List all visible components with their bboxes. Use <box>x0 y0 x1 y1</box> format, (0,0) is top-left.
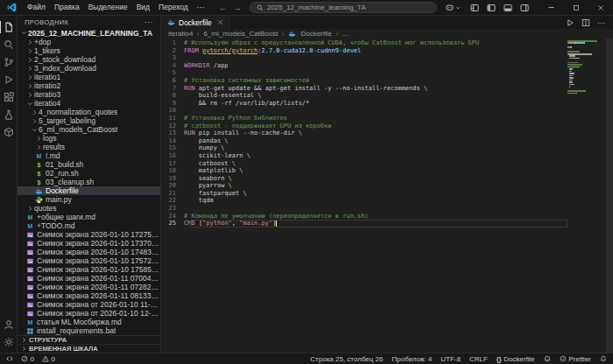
md-file-icon: M <box>26 222 34 230</box>
tree-item[interactable]: Mстатья ML Мосбиржа.md <box>18 318 160 326</box>
tree-item[interactable]: Снимок экрана 2026-01-11 081334.png <box>18 291 160 300</box>
activity-source-control-button[interactable] <box>0 53 17 71</box>
sidebar-section-timeline[interactable]: ВРЕМЕННАЯ ШКАЛА <box>18 344 160 353</box>
tree-item[interactable]: Dockerfile <box>18 186 160 195</box>
close-window-button[interactable] <box>588 0 613 16</box>
status-label: Пробелов: 4 <box>392 355 433 363</box>
line-content: catboost \ <box>184 160 236 168</box>
breadcrumb-item[interactable]: Dockerfile <box>288 30 332 38</box>
tree-item[interactable]: Снимок экрана от 2026-01-10 12-34-47.png <box>18 309 160 318</box>
command-center-search[interactable]: 2025_12_machine_learning_TA <box>250 2 437 13</box>
activity-explorer-button[interactable] <box>0 18 17 36</box>
status-errors[interactable]: 0 <box>21 355 34 363</box>
tree-item[interactable]: 6_ml_models_CatBoost <box>18 125 160 134</box>
tree-item[interactable]: 5_target_labeling <box>18 116 160 125</box>
status-remote-indicator[interactable] <box>6 355 13 362</box>
status-eol[interactable]: CRLF <box>469 355 488 363</box>
menu-item[interactable]: Переход <box>154 0 193 15</box>
tree-item[interactable]: Снимок экрана от 2026-01-10 11-55-29.png <box>18 300 160 309</box>
tree-item[interactable]: logs <box>18 134 160 143</box>
copilot-button[interactable] <box>445 3 461 12</box>
sidebar-section-outline[interactable]: СТРУКТУРА <box>18 335 160 344</box>
activity-testing-button[interactable] <box>0 106 17 123</box>
tree-item[interactable]: M!.md <box>18 151 160 160</box>
toggle-secondary-sidebar-icon[interactable] <box>520 4 529 12</box>
breadcrumb-item[interactable]: 6_ml_models_CatBoost <box>203 30 278 38</box>
split-editor-icon[interactable] <box>581 18 590 27</box>
menu-item[interactable]: Правка <box>50 0 84 15</box>
tree-item[interactable]: $02_run.sh <box>18 169 160 178</box>
tree-item[interactable]: results <box>18 143 160 151</box>
nav-forward-icon[interactable]: → <box>234 4 242 12</box>
activity-settings-button[interactable] <box>0 333 17 351</box>
tree-item[interactable]: +dop <box>18 38 160 46</box>
line-content: RUN apt-get update && apt-get install -y… <box>184 85 427 93</box>
status-language-mode[interactable]: {}Dockerfile <box>497 355 535 363</box>
vscode-logo-icon <box>7 3 17 12</box>
extensions-icon <box>4 92 14 102</box>
tree-item[interactable]: Снимок экрана 2026-01-10 172759.png <box>18 230 160 239</box>
menu-item[interactable]: Выделение <box>84 0 132 15</box>
tree-item[interactable]: M+общие шаги.md <box>18 213 160 221</box>
tree-item[interactable]: iteratio2 <box>18 81 160 90</box>
nav-back-icon[interactable]: ← <box>219 4 227 12</box>
tree-item-label: Снимок экрана 2026-01-10 175727.png <box>37 256 160 265</box>
tab-dockerfile[interactable]: Dockerfile <box>161 16 230 29</box>
tree-root-folder[interactable]: 2025_12_MACHINE_LEARNING_TA <box>18 28 160 38</box>
status-cursor-position[interactable]: Строка 25, столбец 26 <box>310 355 383 363</box>
menu-item[interactable]: Файл <box>23 0 50 15</box>
status-encoding[interactable]: UTF-8 <box>440 355 461 363</box>
status-warnings[interactable]: 0 <box>42 355 55 363</box>
tree-item[interactable]: M+TODO.md <box>18 221 160 230</box>
code-line: 16 scikit-learn \ <box>161 152 613 160</box>
status-formatter[interactable]: Prettier <box>560 355 591 363</box>
breadcrumb-item[interactable]: ... <box>342 30 349 38</box>
tree-item[interactable]: install_requirements.bat <box>18 326 160 335</box>
tree-item[interactable]: $03_cleanup.sh <box>18 178 160 186</box>
minimap-line <box>567 80 604 81</box>
minimap[interactable] <box>567 40 604 94</box>
tree-item[interactable]: 3_index_download <box>18 64 160 73</box>
code-editor[interactable]: 1# Используем образ с предустановленной … <box>161 38 613 353</box>
run-button-icon[interactable] <box>566 18 574 27</box>
toggle-sidebar-icon[interactable] <box>487 4 496 12</box>
scrollbar[interactable] <box>606 38 613 353</box>
docker-file-icon <box>167 18 175 26</box>
menu-item[interactable]: Вид <box>132 0 154 15</box>
activity-extensions-button[interactable] <box>0 88 17 106</box>
tree-item[interactable]: 1_tikers <box>18 46 160 55</box>
tree-item[interactable]: Снимок экрана 2026-01-10 173702.png <box>18 239 160 248</box>
tree-item[interactable]: $01_build.sh <box>18 160 160 169</box>
minimize-button[interactable] <box>539 0 564 16</box>
activity-run-debug-button[interactable] <box>0 71 17 88</box>
activity-account-button[interactable] <box>0 316 17 333</box>
line-number: 12 <box>161 122 184 130</box>
tree-item[interactable]: quotes <box>18 204 160 213</box>
tree-item[interactable]: Снимок экрана 2026-01-11 072820.png <box>18 283 160 291</box>
tree-item[interactable]: iteratio4 <box>18 99 160 108</box>
tree-item[interactable]: Снимок экрана 2026-01-11 070048.png <box>18 274 160 283</box>
activity-containers-button[interactable] <box>0 123 17 141</box>
status-indentation[interactable]: Пробелов: 4 <box>392 355 433 363</box>
explorer-more-actions-icon[interactable]: ··· <box>144 18 153 26</box>
tree-item[interactable]: iteratio3 <box>18 90 160 99</box>
tree-item[interactable]: 4_normalization_quotes <box>18 108 160 116</box>
status-feedback[interactable] <box>544 355 551 362</box>
tree-item[interactable]: Снимок экрана 2026-01-10 174834.png <box>18 248 160 256</box>
maximize-button[interactable] <box>564 0 588 16</box>
customize-layout-icon[interactable] <box>470 4 479 12</box>
tree-item[interactable]: iteratio1 <box>18 73 160 81</box>
minimap-line <box>567 86 604 88</box>
status-notifications[interactable] <box>600 355 607 362</box>
line-number: 17 <box>161 160 184 168</box>
breadcrumb-item[interactable]: iteratio4 <box>168 30 193 38</box>
toggle-panel-icon[interactable] <box>504 4 512 12</box>
close-tab-icon[interactable] <box>217 19 223 25</box>
tree-item[interactable]: 2_stock_download <box>18 55 160 64</box>
tree-item[interactable]: main.py <box>18 195 160 204</box>
activity-search-button[interactable] <box>0 36 17 53</box>
more-actions-icon[interactable]: ··· <box>597 18 605 27</box>
tree-item[interactable]: Снимок экрана 2026-01-10 175727.png <box>18 256 160 265</box>
menu-more-icon[interactable]: ··· <box>193 0 209 15</box>
tree-item[interactable]: Снимок экрана 2026-01-10 175855.png <box>18 265 160 274</box>
